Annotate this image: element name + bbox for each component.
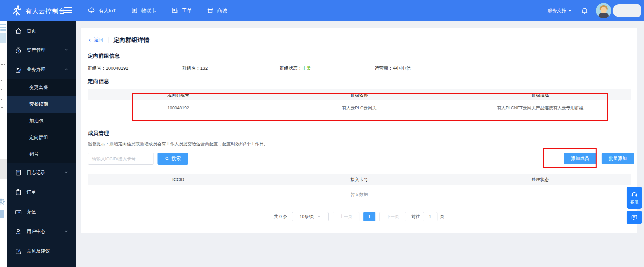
topnav-iot[interactable]: 有人IoT <box>87 6 116 15</box>
field-group-name: 群组名：132 <box>182 65 208 71</box>
sidebar-submenu-business: 变更套餐 套餐续期 加油包 定向群组 销号 <box>7 79 76 163</box>
notification-bell-icon[interactable] <box>581 7 589 16</box>
add-member-button[interactable]: 添加成员 <box>564 153 596 164</box>
background-dot <box>1 64 2 65</box>
detail-card: 返回 定向群组详情 定向群组信息 群组号：100048192 群组名：132 群… <box>81 28 637 233</box>
pagination: 共 0 条 10条/页 上一页 1 下一页 前往 页 <box>81 212 637 222</box>
chevron-down-icon <box>568 10 572 12</box>
user-icon <box>14 228 22 236</box>
background-dot <box>1 107 2 108</box>
customer-service-button[interactable]: 客服 <box>627 187 642 209</box>
cloud-icon <box>87 6 95 15</box>
subitem-label: 销号 <box>29 151 39 157</box>
divider <box>108 37 108 43</box>
search-icon <box>165 156 170 161</box>
sidebar-item-label: 充值 <box>27 209 36 215</box>
topnav-worksheet[interactable]: 工单 <box>171 7 192 15</box>
cell-group-desc: 有人PLCNET云网关产品连接有人云专用群组 <box>450 100 631 116</box>
wallet-icon <box>14 208 22 216</box>
member-hint-text: 温馨提示：新增定向信息或新增成员会有工作人员提交给运营商配置，配置时效约3个工作… <box>88 141 268 147</box>
sidebar-item-label: 资产管理 <box>27 47 45 53</box>
field-value: 100048192 <box>106 66 128 71</box>
chevron-down-icon <box>64 48 68 53</box>
batch-add-button[interactable]: 批量添加 <box>602 153 634 164</box>
field-group-number: 群组号：100048192 <box>88 65 128 71</box>
next-page-button[interactable]: 下一页 <box>379 212 406 221</box>
chat-icon <box>631 214 638 221</box>
sidebar-item-feedback[interactable]: 意见及建议 <box>7 241 76 261</box>
topbar: 有人云控制台 有人IoT 物联卡 <box>0 0 644 21</box>
subitem-label: 定向群组 <box>29 135 48 141</box>
sidebar-subitem-directed-group[interactable]: 定向群组 <box>7 129 76 146</box>
background-bar <box>0 27 6 28</box>
column-header: 群组描述 <box>450 89 631 100</box>
sidebar-item-label: 订单 <box>27 189 36 195</box>
sidebar-subitem-plan-renewal[interactable]: 套餐续期 <box>7 96 76 113</box>
message-chat-button[interactable] <box>627 211 642 224</box>
status-badge: 正常 <box>302 66 311 71</box>
subitem-label: 套餐续期 <box>29 101 48 107</box>
background-dot <box>1 89 2 90</box>
collapse-menu-icon[interactable] <box>64 7 72 14</box>
field-label: 群组名： <box>182 66 200 71</box>
field-value: 132 <box>200 66 208 71</box>
clipboard-icon <box>14 188 22 196</box>
chevron-down-icon <box>317 215 321 219</box>
screen: 有人云控制台 有人IoT 物联卡 <box>0 0 644 267</box>
sidebar-item-label: 日志记录 <box>27 170 45 176</box>
sidebar-item-logs[interactable]: 日志记录 <box>7 163 76 182</box>
section-heading-direction-info: 定向信息 <box>88 78 109 85</box>
log-icon <box>14 169 22 177</box>
background-dot <box>1 80 2 81</box>
sidebar-subitem-cancel-number[interactable]: 销号 <box>7 146 76 163</box>
sidebar-item-business[interactable]: 业务办理 <box>7 60 76 79</box>
divider <box>88 47 630 47</box>
gear-icon <box>0 196 7 209</box>
goto-page-input[interactable] <box>423 212 437 221</box>
field-label: 群组号： <box>88 66 106 71</box>
main-content: 返回 定向群组详情 定向群组信息 群组号：100048192 群组名：132 群… <box>76 21 644 267</box>
column-header: ICCID <box>88 174 269 185</box>
search-button[interactable]: 搜索 <box>157 153 188 165</box>
document-edit-icon <box>14 66 22 74</box>
prev-page-button[interactable]: 上一页 <box>333 212 359 221</box>
worksheet-icon <box>171 7 179 15</box>
sidebar-item-label: 用户中心 <box>27 229 45 235</box>
table-row[interactable]: 100048192 有人云PLC云网关 有人PLCNET云网关产品连接有人云专用… <box>88 100 631 116</box>
service-support-menu[interactable]: 服务支持 <box>548 8 572 14</box>
store-icon <box>207 7 214 15</box>
user-avatar[interactable] <box>596 3 611 18</box>
goto-prefix: 前往 <box>411 214 420 220</box>
column-header: 定向群组号 <box>88 89 269 100</box>
back-button[interactable]: 返回 <box>88 37 103 43</box>
page-size-select[interactable]: 10条/页 <box>292 212 329 221</box>
sidebar-subitem-change-plan[interactable]: 变更套餐 <box>7 79 76 96</box>
table-header-row: 定向群组号 群组名称 群组描述 <box>88 89 631 100</box>
sidebar-item-orders[interactable]: 订单 <box>7 182 76 202</box>
background-dot <box>4 64 5 65</box>
cell-group-number: 100048192 <box>88 100 269 116</box>
topnav-store[interactable]: 商城 <box>207 7 227 15</box>
sidebar-item-user-center[interactable]: 用户中心 <box>7 222 76 241</box>
background-block <box>0 33 6 43</box>
table-header-row: ICCID 接入卡号 处理状态 <box>88 174 631 185</box>
redacted-username <box>613 4 641 17</box>
usr-logo-icon[interactable] <box>10 4 23 19</box>
column-header: 处理状态 <box>450 174 631 185</box>
sidebar-subitem-booster-pack[interactable]: 加油包 <box>7 113 76 129</box>
page-header: 返回 定向群组详情 <box>88 35 149 45</box>
goto-page: 前往 页 <box>411 212 444 221</box>
sidebar-item-recharge[interactable]: 充值 <box>7 202 76 222</box>
background-dot <box>2 107 3 108</box>
search-button-label: 搜索 <box>172 156 181 162</box>
sidebar-item-assets[interactable]: 资产管理 <box>7 41 76 60</box>
empty-state: 暂无数据 <box>88 185 631 204</box>
customer-service-label: 客服 <box>630 199 638 205</box>
topnav-sim[interactable]: 物联卡 <box>131 7 156 15</box>
feedback-edit-icon <box>14 247 22 255</box>
current-page-button[interactable]: 1 <box>363 212 375 221</box>
background-block <box>0 210 4 218</box>
sidebar-item-home[interactable]: 首页 <box>7 21 76 41</box>
search-input[interactable] <box>88 153 154 165</box>
page-size-value: 10条/页 <box>300 214 314 220</box>
